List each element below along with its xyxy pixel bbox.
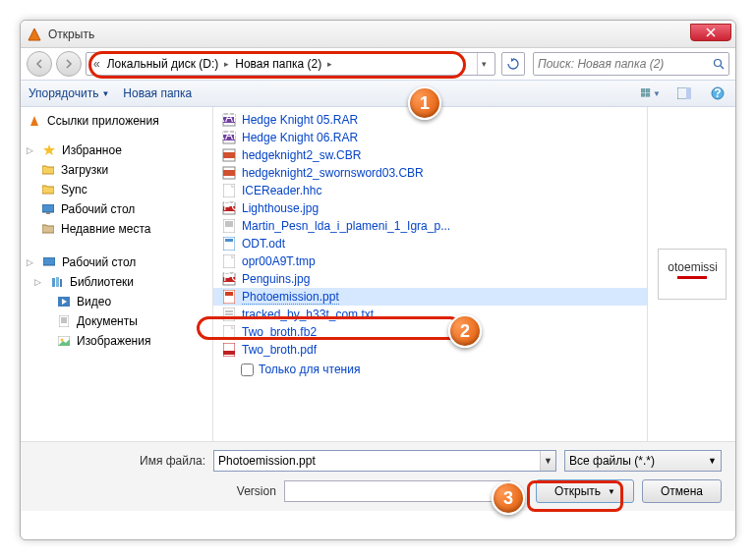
- svg-text:JPG: JPG: [222, 272, 236, 284]
- filename-input[interactable]: [214, 454, 540, 468]
- file-row[interactable]: tracked_by_h33t_com.txt: [213, 306, 647, 323]
- svg-rect-4: [641, 89, 645, 92]
- file-name: Two_broth.fb2: [242, 325, 317, 339]
- sidebar-desktop-root[interactable]: ▷ Рабочий стол: [21, 252, 212, 272]
- sidebar-favorites[interactable]: ▷ Избранное: [21, 140, 212, 160]
- version-field[interactable]: [284, 480, 510, 502]
- titlebar: Открыть: [21, 21, 735, 48]
- filetype-combo[interactable]: Все файлы (*.*) ▼: [564, 450, 722, 472]
- annotation-badge-2: 2: [448, 314, 482, 348]
- file-row[interactable]: Photoemission.ppt: [213, 288, 647, 306]
- svg-text:?: ?: [714, 86, 721, 100]
- odt-icon: [221, 236, 237, 252]
- dropdown-icon: ▼: [708, 456, 717, 466]
- file-row[interactable]: hedgeknight2_swornsword03.CBR: [213, 164, 647, 182]
- breadcrumb-part-1[interactable]: Новая папка (2): [233, 57, 323, 71]
- file-row[interactable]: JPGPenguins.jpg: [213, 270, 647, 288]
- open-dialog: Открыть « Локальный диск (D:) ▸ Новая па…: [20, 20, 736, 540]
- preview-thumbnail: Photoemission: [658, 249, 727, 300]
- file-name: Lighthouse.jpg: [242, 201, 319, 215]
- help-button[interactable]: ?: [708, 84, 727, 103]
- new-folder-button[interactable]: Новая папка: [123, 86, 192, 100]
- documents-icon: [56, 313, 72, 329]
- breadcrumb-dropdown[interactable]: ▾: [477, 53, 491, 75]
- svg-rect-6: [641, 93, 645, 96]
- file-row[interactable]: Two_broth.pdf: [213, 341, 647, 359]
- close-button[interactable]: [690, 24, 731, 41]
- filename-label: Имя файла:: [34, 454, 205, 468]
- filename-combo[interactable]: ▼: [213, 450, 556, 472]
- file-row[interactable]: RARHedge Knight 06.RAR: [213, 129, 647, 146]
- file-row[interactable]: JPGLighthouse.jpg: [213, 199, 647, 217]
- file-row[interactable]: ICEReader.hhc: [213, 182, 647, 199]
- file-name: Penguins.jpg: [242, 272, 310, 286]
- video-icon: [56, 294, 72, 309]
- breadcrumb-part-0[interactable]: Локальный диск (D:): [105, 57, 221, 71]
- vlc-icon: [27, 113, 42, 129]
- file-name: hedgeknight2_swornsword03.CBR: [242, 166, 424, 180]
- readonly-checkbox-row: Только для чтения: [213, 359, 647, 380]
- svg-rect-38: [223, 170, 235, 176]
- sidebar-item-downloads[interactable]: Загрузки: [21, 160, 212, 180]
- svg-rect-16: [43, 257, 55, 265]
- file-row[interactable]: ODT.odt: [213, 235, 647, 252]
- readonly-checkbox[interactable]: [241, 364, 254, 376]
- search-box[interactable]: [533, 52, 729, 76]
- file-name: ODT.odt: [242, 237, 285, 251]
- view-options-button[interactable]: ▼: [641, 84, 661, 103]
- pictures-icon: [56, 333, 72, 349]
- refresh-button[interactable]: [501, 52, 525, 76]
- svg-rect-5: [646, 89, 650, 92]
- sidebar-item-sync[interactable]: Sync: [21, 180, 212, 199]
- generic-icon: [221, 253, 237, 269]
- generic-icon: [221, 324, 237, 340]
- svg-rect-49: [225, 239, 233, 242]
- sidebar-item-recent[interactable]: Недавние места: [21, 219, 212, 239]
- jpg-icon: JPG: [221, 200, 237, 216]
- svg-text:RAR: RAR: [222, 131, 236, 142]
- svg-line-3: [721, 66, 724, 69]
- svg-marker-0: [29, 28, 40, 40]
- breadcrumb-root-icon: «: [90, 57, 103, 71]
- preview-pane-button[interactable]: [674, 84, 694, 103]
- sidebar-item-videos[interactable]: Видео: [21, 292, 212, 311]
- nav-forward-button[interactable]: [56, 51, 82, 77]
- star-icon: [41, 142, 57, 158]
- window-title: Открыть: [48, 28, 94, 41]
- svg-marker-13: [43, 144, 55, 155]
- svg-rect-14: [42, 204, 54, 212]
- expand-icon: ▷: [27, 145, 36, 155]
- nav-back-button[interactable]: [27, 51, 52, 77]
- dropdown-icon[interactable]: ▼: [540, 451, 555, 471]
- app-icon: [27, 27, 42, 42]
- file-row[interactable]: hedgeknight2_sw.CBR: [213, 146, 647, 164]
- file-row[interactable]: Two_broth.fb2: [213, 323, 647, 341]
- sidebar-app-links[interactable]: Ссылки приложения: [21, 111, 212, 131]
- svg-marker-12: [30, 116, 38, 126]
- cbr-icon: [221, 147, 237, 163]
- desktop-icon: [41, 254, 57, 270]
- sidebar-item-pictures[interactable]: Изображения: [21, 331, 212, 351]
- cbr-icon: [221, 165, 237, 181]
- sidebar-item-desktop[interactable]: Рабочий стол: [21, 199, 212, 219]
- folder-icon: [40, 162, 56, 178]
- sidebar-libraries[interactable]: ▷ Библиотеки: [21, 272, 212, 292]
- file-row[interactable]: opr00A9T.tmp: [213, 252, 647, 270]
- search-input[interactable]: [538, 57, 709, 71]
- organize-button[interactable]: Упорядочить ▼: [29, 86, 109, 100]
- sidebar-item-documents[interactable]: Документы: [21, 311, 212, 331]
- command-toolbar: Упорядочить ▼ Новая папка ▼ ?: [21, 80, 735, 107]
- filetype-value: Все файлы (*.*): [569, 454, 655, 468]
- file-name: Two_broth.pdf: [242, 343, 317, 357]
- version-label: Version: [237, 484, 276, 498]
- file-name: Hedge Knight 05.RAR: [242, 113, 358, 127]
- cancel-button[interactable]: Отмена: [642, 479, 722, 503]
- breadcrumb[interactable]: « Локальный диск (D:) ▸ Новая папка (2) …: [86, 52, 495, 76]
- recent-icon: [40, 221, 56, 237]
- svg-rect-36: [223, 152, 235, 158]
- svg-rect-15: [46, 212, 50, 214]
- file-row[interactable]: Martin_Pesn_lda_i_plameni_1_Igra_p...: [213, 217, 647, 235]
- bottom-panel: Имя файла: ▼ Все файлы (*.*) ▼ Version О…: [21, 441, 735, 511]
- open-button[interactable]: Открыть▼: [536, 479, 634, 503]
- file-list[interactable]: RARHedge Knight 05.RARRARHedge Knight 06…: [213, 107, 647, 441]
